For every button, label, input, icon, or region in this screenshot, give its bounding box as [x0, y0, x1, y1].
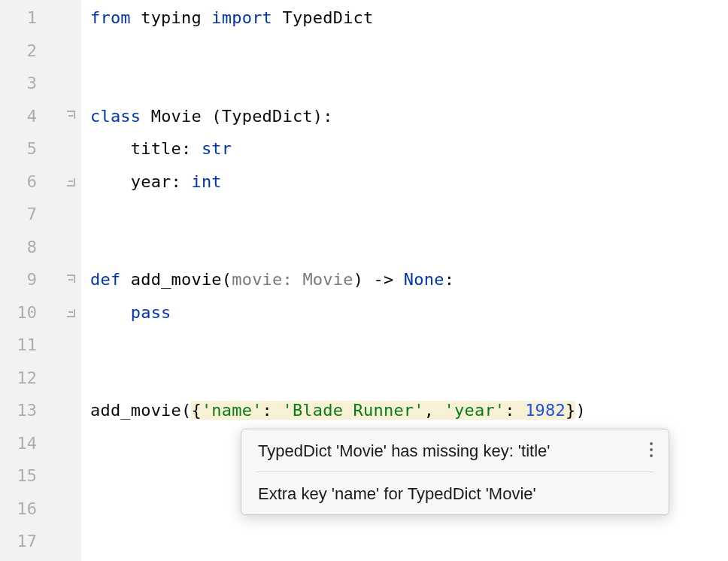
- code-line[interactable]: [81, 329, 728, 362]
- keyword: import: [211, 8, 272, 27]
- fold-collapse-icon[interactable]: [66, 111, 77, 121]
- function-name: add_movie: [131, 270, 222, 289]
- string-literal: 'name': [202, 401, 262, 420]
- keyword: from: [90, 8, 131, 27]
- code-line[interactable]: year: int: [81, 165, 728, 199]
- line-number: 7: [0, 205, 41, 223]
- code-line[interactable]: [81, 35, 728, 68]
- more-actions-icon[interactable]: [645, 440, 658, 459]
- keyword: pass: [131, 303, 171, 322]
- inspection-message: Extra key 'name' for TypedDict 'Movie': [241, 472, 669, 514]
- return-type: None: [404, 270, 444, 289]
- type-name: str: [202, 139, 232, 158]
- number-literal: 1982: [525, 401, 566, 420]
- inspection-message: TypedDict 'Movie' has missing key: 'titl…: [241, 429, 669, 472]
- line-number: 10: [0, 303, 41, 322]
- line-number: 5: [0, 139, 41, 158]
- code-line[interactable]: [81, 525, 728, 558]
- warning-highlight[interactable]: {'name': 'Blade Runner', 'year': 1982}: [191, 401, 575, 420]
- code-line[interactable]: [81, 67, 728, 100]
- identifier: TypedDict: [282, 8, 373, 27]
- code-line[interactable]: [81, 231, 728, 264]
- module-name: typing: [141, 8, 202, 27]
- code-line[interactable]: [81, 198, 728, 231]
- fold-collapse-icon[interactable]: [66, 274, 77, 285]
- function-call: add_movie: [90, 401, 181, 420]
- fold-end-icon[interactable]: [66, 176, 77, 186]
- string-literal: 'year': [444, 401, 505, 420]
- class-name: Movie: [151, 107, 202, 126]
- code-line[interactable]: def add_movie(movie: Movie) -> None:: [81, 263, 728, 296]
- line-number: 11: [0, 335, 41, 354]
- line-number: 6: [0, 172, 41, 191]
- line-number: 14: [0, 434, 41, 453]
- line-number: 13: [0, 401, 41, 420]
- field-name: title: [131, 139, 181, 158]
- line-number: 16: [0, 499, 41, 518]
- string-literal: 'Blade Runner': [282, 401, 423, 420]
- arrow: ->: [374, 270, 394, 289]
- code-line[interactable]: pass: [81, 296, 728, 329]
- parameter-name: movie: [232, 270, 282, 289]
- keyword: def: [90, 270, 120, 289]
- base-class: TypedDict: [222, 107, 313, 126]
- line-number: 1: [0, 8, 41, 27]
- inspection-tooltip[interactable]: TypedDict 'Movie' has missing key: 'titl…: [241, 429, 669, 515]
- code-line[interactable]: add_movie({'name': 'Blade Runner', 'year…: [81, 394, 728, 427]
- code-line[interactable]: class Movie (TypedDict):: [81, 100, 728, 133]
- line-number: 9: [0, 270, 41, 289]
- code-line[interactable]: title: str: [81, 132, 728, 165]
- line-number: 12: [0, 368, 41, 387]
- line-number: 8: [0, 238, 41, 256]
- type-name: int: [191, 172, 221, 191]
- code-line[interactable]: [81, 362, 728, 395]
- parameter-type: Movie: [302, 270, 353, 289]
- code-line[interactable]: from typing import TypedDict: [81, 2, 728, 35]
- line-number: 15: [0, 466, 41, 485]
- line-number: 2: [0, 41, 41, 60]
- editor-gutter: 1 2 3 4 5 6 7 8 9 10 11 12 13 14 15 16 1…: [0, 0, 81, 561]
- line-number: 17: [0, 532, 41, 550]
- line-number: 3: [0, 74, 41, 92]
- field-name: year: [131, 172, 171, 191]
- keyword: class: [90, 107, 141, 126]
- fold-end-icon[interactable]: [66, 307, 77, 317]
- line-number: 4: [0, 107, 41, 126]
